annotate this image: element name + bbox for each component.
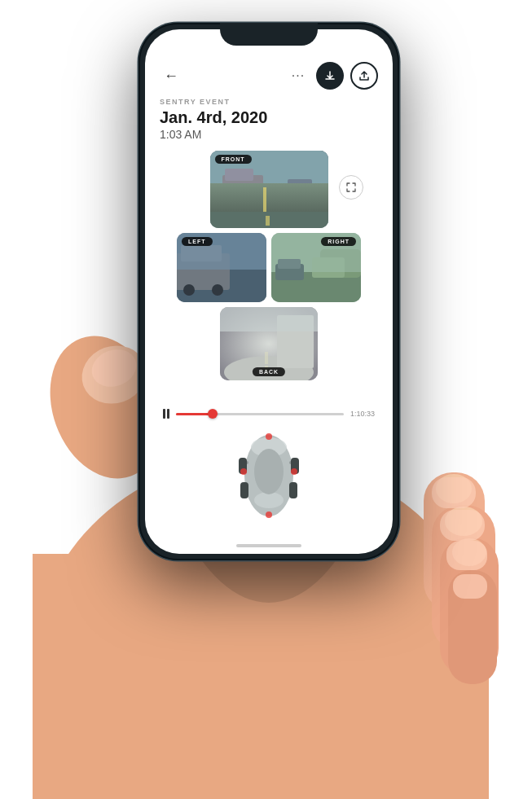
back-camera-tile[interactable]: BACK <box>220 307 318 380</box>
share-icon <box>358 70 370 81</box>
more-options-button[interactable]: ··· <box>287 64 310 87</box>
svg-rect-24 <box>266 216 270 226</box>
pause-icon <box>163 409 169 419</box>
event-time: 1:03 AM <box>160 128 378 141</box>
share-button[interactable] <box>350 62 378 90</box>
back-camera-row: BACK <box>220 307 318 380</box>
svg-rect-39 <box>278 259 301 269</box>
left-camera-label: LEFT <box>182 237 213 246</box>
expand-icon <box>345 182 357 193</box>
svg-rect-12 <box>440 510 485 541</box>
svg-point-31 <box>212 284 223 296</box>
event-category-label: SENTRY EVENT <box>160 98 378 106</box>
car-diagram <box>232 427 306 525</box>
screen: ← ··· <box>145 29 393 554</box>
phone-frame: ← ··· <box>138 23 399 560</box>
playback-time: 1:10:33 <box>350 410 375 418</box>
svg-rect-11 <box>432 477 476 508</box>
download-icon <box>324 70 336 81</box>
playback-bar: 1:10:33 <box>160 409 378 419</box>
left-camera-tile[interactable]: LEFT <box>177 233 266 302</box>
car-top-view <box>160 424 378 525</box>
right-camera-tile[interactable]: RIGHT <box>271 233 361 302</box>
front-camera-label: FRONT <box>215 155 252 164</box>
home-bar <box>236 544 301 547</box>
download-button[interactable] <box>316 62 344 90</box>
notch <box>220 23 318 46</box>
svg-rect-23 <box>266 200 270 212</box>
svg-rect-14 <box>453 574 487 599</box>
svg-rect-19 <box>210 187 328 200</box>
svg-rect-54 <box>240 482 248 498</box>
expand-button[interactable] <box>339 175 363 200</box>
back-button[interactable]: ← <box>160 64 182 87</box>
play-pause-button[interactable] <box>163 409 169 419</box>
progress-thumb[interactable] <box>208 409 218 419</box>
svg-point-57 <box>266 433 272 440</box>
svg-point-60 <box>291 468 297 475</box>
progress-track[interactable] <box>176 413 344 415</box>
svg-point-56 <box>254 449 284 494</box>
top-bar: ← ··· <box>160 62 378 90</box>
front-camera-tile[interactable]: FRONT <box>210 151 328 228</box>
svg-rect-22 <box>225 169 253 181</box>
svg-rect-13 <box>446 541 487 570</box>
back-camera-label: BACK <box>253 367 285 376</box>
svg-rect-55 <box>289 482 297 498</box>
svg-point-30 <box>183 284 195 296</box>
svg-rect-25 <box>288 179 312 200</box>
event-date: Jan. 4rd, 2020 <box>160 108 378 127</box>
svg-point-59 <box>240 468 247 475</box>
home-indicator[interactable] <box>145 538 393 554</box>
back-icon: ← <box>164 68 178 85</box>
svg-point-58 <box>266 511 272 518</box>
svg-rect-45 <box>265 352 268 364</box>
top-actions: ··· <box>287 62 378 90</box>
front-camera-row: FRONT <box>210 151 328 228</box>
right-camera-label: RIGHT <box>321 237 356 246</box>
event-info: SENTRY EVENT Jan. 4rd, 2020 1:03 AM <box>160 98 378 141</box>
svg-rect-44 <box>220 307 318 331</box>
side-cameras-row: LEFT <box>177 233 361 302</box>
